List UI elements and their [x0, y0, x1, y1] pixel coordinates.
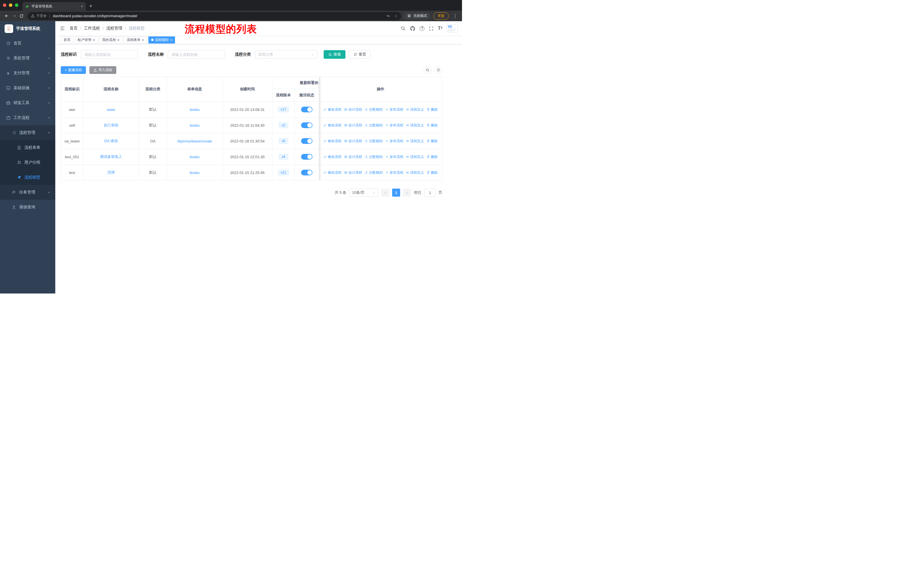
form-info-link[interactable]: biubiu	[190, 170, 200, 175]
bookmark-star-icon[interactable]: ☆	[394, 14, 398, 18]
publish-process-link[interactable]: 发布流程	[385, 107, 403, 112]
show-search-button[interactable]	[424, 66, 431, 74]
back-button[interactable]	[3, 12, 10, 20]
sidebar-item-process-mgmt[interactable]: 流程管理	[0, 125, 55, 140]
avatar[interactable]	[447, 24, 458, 33]
tag-tenant[interactable]: 租户管理 ×	[75, 36, 98, 43]
sidebar-item-process-model[interactable]: 流程模型	[0, 170, 55, 185]
sidebar-item-workflow[interactable]: 工作流程	[0, 110, 55, 125]
sidebar-item-leave-query[interactable]: 请假查询	[0, 200, 55, 215]
sidebar-toggle-hamburger-icon[interactable]	[60, 26, 65, 31]
form-info-link[interactable]: biubiu	[190, 155, 200, 159]
sidebar-item-devtools[interactable]: 研发工具	[0, 96, 55, 110]
process-definition-link[interactable]: 流程定义	[406, 139, 424, 144]
edit-process-link[interactable]: 修改流程	[323, 123, 342, 128]
sidebar-item-task-mgmt[interactable]: 任务管理	[0, 185, 55, 200]
assign-rule-link[interactable]: 分配规则	[365, 139, 383, 144]
close-window-button[interactable]	[3, 3, 6, 7]
assign-rule-link[interactable]: 分配规则	[365, 123, 383, 128]
process-name-link[interactable]: 测试多审批人	[100, 154, 122, 159]
page-size-select[interactable]: 10条/页	[349, 189, 378, 197]
key-icon[interactable]	[386, 14, 391, 18]
publish-process-link[interactable]: 发布流程	[385, 123, 403, 128]
goto-page-input[interactable]	[424, 189, 436, 197]
sidebar-item-process-form[interactable]: 流程表单	[0, 140, 55, 155]
sidebar-item-infrastructure[interactable]: 基础设施	[0, 81, 55, 96]
update-button[interactable]: 更新	[433, 12, 449, 20]
browser-tab[interactable]: 芋道管理系统 ×	[22, 2, 86, 11]
sidebar-item-user-group[interactable]: 用户分组	[0, 155, 55, 170]
delete-link[interactable]: 删除	[426, 170, 438, 175]
active-toggle[interactable]	[301, 170, 312, 175]
process-name-link[interactable]: 自己审批	[104, 123, 119, 127]
active-toggle[interactable]	[301, 107, 312, 112]
close-icon[interactable]: ×	[117, 38, 120, 42]
sidebar-item-payment[interactable]: ¥ 支付管理	[0, 66, 55, 81]
tag-my-process[interactable]: 我的流程 ×	[99, 36, 122, 43]
zoom-window-button[interactable]	[15, 3, 18, 7]
close-icon[interactable]: ×	[142, 38, 144, 42]
delete-link[interactable]: 删除	[426, 107, 438, 112]
reset-button[interactable]: 重置	[349, 50, 371, 59]
prev-page-button[interactable]: ‹	[381, 189, 389, 197]
design-process-link[interactable]: 设计流程	[344, 154, 362, 159]
breadcrumb-item-home[interactable]: 首页	[69, 26, 78, 31]
process-definition-link[interactable]: 流程定义	[406, 154, 424, 159]
tag-process-model[interactable]: 流程模型 ×	[148, 36, 175, 43]
process-definition-link[interactable]: 流程定义	[406, 107, 424, 112]
delete-link[interactable]: 删除	[426, 139, 438, 144]
help-icon[interactable]: ?	[420, 26, 424, 31]
current-page-button[interactable]: 1	[392, 189, 400, 197]
publish-process-link[interactable]: 发布流程	[385, 154, 403, 159]
close-icon[interactable]: ×	[93, 38, 95, 42]
publish-process-link[interactable]: 发布流程	[385, 139, 403, 144]
tag-process-form[interactable]: 流程表单 ×	[124, 36, 147, 43]
next-page-button[interactable]: ›	[403, 189, 411, 197]
tag-home[interactable]: 首页	[61, 36, 73, 43]
active-toggle[interactable]	[301, 154, 312, 160]
assign-rule-link[interactable]: 分配规则	[365, 154, 383, 159]
sidebar-item-system[interactable]: 系统管理	[0, 51, 55, 66]
minimize-window-button[interactable]	[9, 3, 12, 7]
assign-rule-link[interactable]: 分配规则	[365, 107, 383, 112]
edit-process-link[interactable]: 修改流程	[323, 170, 342, 175]
publish-process-link[interactable]: 发布流程	[385, 170, 403, 175]
app-logo[interactable]: 芋道管理系统	[0, 21, 55, 36]
new-tab-button[interactable]: +	[89, 3, 92, 9]
edit-process-link[interactable]: 修改流程	[323, 107, 342, 112]
security-chip[interactable]: 不安全	[31, 13, 47, 18]
design-process-link[interactable]: 设计流程	[344, 170, 362, 175]
edit-process-link[interactable]: 修改流程	[323, 154, 342, 159]
github-icon[interactable]	[410, 26, 415, 31]
sidebar-item-home[interactable]: 首页	[0, 36, 55, 51]
reload-button[interactable]	[18, 12, 25, 20]
search-icon[interactable]	[401, 26, 406, 31]
design-process-link[interactable]: 设计流程	[344, 123, 362, 128]
font-size-icon[interactable]: TT	[438, 26, 442, 31]
search-button[interactable]: 搜索	[323, 50, 345, 59]
delete-link[interactable]: 删除	[426, 123, 438, 128]
design-process-link[interactable]: 设计流程	[344, 107, 362, 112]
process-id-input[interactable]	[81, 50, 138, 59]
process-definition-link[interactable]: 流程定义	[406, 170, 424, 175]
create-process-button[interactable]: + 新建流程	[61, 66, 86, 74]
process-name-link[interactable]: 滔博	[107, 170, 115, 175]
form-info-link[interactable]: /bpm/oa/leave/create	[177, 139, 212, 143]
import-process-button[interactable]: 导入流程	[89, 66, 116, 74]
assign-rule-link[interactable]: 分配规则	[365, 170, 383, 175]
process-name-link[interactable]: OA 请假	[104, 139, 118, 143]
process-definition-link[interactable]: 流程定义	[406, 123, 424, 128]
delete-link[interactable]: 删除	[426, 154, 438, 159]
process-name-input[interactable]	[168, 50, 225, 59]
breadcrumb-item-process-mgmt[interactable]: 流程管理	[106, 26, 122, 31]
breadcrumb-item-workflow[interactable]: 工作流程	[84, 26, 100, 31]
active-toggle[interactable]	[301, 138, 312, 144]
browser-menu-button[interactable]: ⋮	[451, 13, 459, 19]
form-info-link[interactable]: biubiu	[190, 123, 200, 127]
design-process-link[interactable]: 设计流程	[344, 139, 362, 144]
refresh-table-button[interactable]	[434, 66, 442, 74]
fullscreen-icon[interactable]	[429, 26, 434, 31]
tab-close-icon[interactable]: ×	[81, 4, 83, 8]
edit-process-link[interactable]: 修改流程	[323, 139, 342, 144]
close-icon[interactable]: ×	[170, 38, 172, 42]
